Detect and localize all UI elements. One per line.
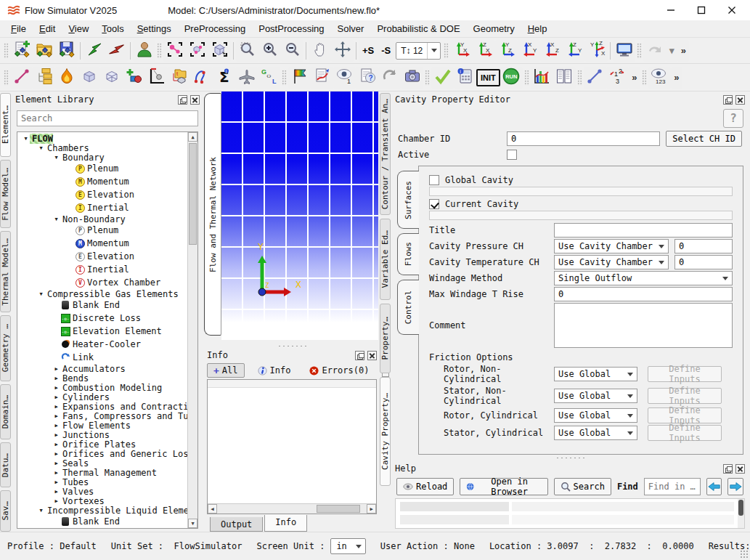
refresh-button[interactable] [378,67,401,89]
cavity-temperature-ch-input[interactable] [674,255,733,269]
tree-item[interactable]: ▼Incompressible Liquid Elements [19,506,186,515]
menu-help[interactable]: Help [521,22,554,36]
cavity-pressure-ch-input[interactable] [674,239,733,253]
select-ch-id-button[interactable]: Select CH ID [666,131,742,147]
combustion-button[interactable] [55,67,78,89]
tree-item[interactable]: ▼Chambers [19,143,186,153]
zoom-out-button[interactable] [281,40,303,62]
font-increase-button[interactable]: +S [359,40,378,62]
tree-item[interactable]: ▶Junctions [19,430,186,439]
report-curve-button[interactable] [311,67,333,89]
contour-flag-button[interactable] [288,67,311,89]
history-dropdown-button[interactable]: ▾ [666,40,677,62]
filter-errors-button[interactable]: Errors(0) [303,363,375,378]
tree-item[interactable]: ▼Non-Boundary [19,214,186,224]
scrollbar-thumb[interactable] [317,505,360,513]
resize-grip[interactable] [740,550,749,559]
screen-unit-select[interactable]: in [330,538,365,554]
help-content-area[interactable] [395,498,745,529]
float-panel-icon[interactable] [723,464,733,474]
tree-item[interactable]: VVortex Chamber [19,276,186,289]
scroll-left-icon[interactable]: ◀ [208,504,217,514]
view-zx-button[interactable]: ZX [473,40,495,62]
tree-item[interactable]: Blank End [19,299,186,312]
snapshot-button[interactable] [401,67,423,89]
menu-settings[interactable]: Settings [131,22,178,36]
tree-item[interactable]: -o-Elevation Element [19,325,186,338]
tree-item[interactable]: EElevation [19,188,186,201]
tree-item[interactable]: ▶Tubes [19,477,186,487]
panel-help-button[interactable]: ? [723,109,743,128]
renumber-button[interactable]: 123 [606,67,629,89]
menu-file[interactable]: File [4,22,33,36]
menu-tools[interactable]: Tools [95,22,130,36]
open-in-browser-button[interactable]: Open in Browser [460,478,547,495]
tree-item[interactable]: ▼Boundary [19,153,186,162]
history-undo-button[interactable] [643,40,666,62]
link-line-button[interactable] [10,67,33,89]
undo-button[interactable] [83,40,105,62]
view-xz-button[interactable]: XZ [540,40,563,62]
global-cavity-checkbox[interactable] [429,175,439,185]
aircraft-button[interactable] [235,67,258,89]
dock-tab-domain[interactable]: Domain… [0,384,11,440]
check-model-button[interactable] [431,67,454,89]
stator-non-cyl-define-button[interactable]: Define Inputs [648,388,722,404]
tree-item[interactable]: ▶Seals [19,458,186,468]
tree-item[interactable]: IInertial [19,201,186,214]
overflow-row1-button[interactable]: » [677,40,689,62]
find-next-button[interactable] [727,478,743,495]
menu-probabilistic-doe[interactable]: Probabilistic & DOE [370,22,466,36]
open-model-button[interactable] [33,40,55,62]
rotor-non-cyl-select[interactable]: Use Global [554,367,637,381]
scroll-up-icon[interactable]: ▲ [188,132,197,142]
rotor-cyl-select[interactable]: Use Global [554,408,637,423]
current-cavity-checkbox[interactable] [429,199,439,209]
tree-item[interactable]: ▶Flow Elements [19,421,186,430]
rotor-non-cyl-define-button[interactable]: Define Inputs [648,366,722,382]
tree-item[interactable]: ▶Accumulators [19,364,186,373]
tree-item[interactable]: ▶Thermal Management [19,468,186,477]
close-panel-icon[interactable] [735,95,745,105]
tab-output[interactable]: Output [210,517,263,532]
chart-pendulum-button[interactable] [145,67,168,89]
tree-item[interactable]: ▶Orifice Plates [19,439,186,449]
init-button[interactable]: INIT [476,69,500,86]
tab-control[interactable]: Control [397,280,419,335]
gl-converter-button[interactable]: G‹›L [258,67,280,89]
tree-item[interactable]: ▼FLOW [19,134,186,143]
tree-item[interactable]: PPlenum [19,162,186,175]
horizontal-splitter[interactable] [392,455,748,460]
tab-surfaces[interactable]: Surfaces [397,171,419,229]
maximize-button[interactable] [696,5,706,15]
results-report-button[interactable] [553,67,576,89]
tree-item[interactable]: EElevation [19,250,186,263]
tree-item[interactable]: PPlenum [19,224,186,237]
tree-item[interactable]: -o-Discrete Loss [19,312,186,325]
tree-item[interactable]: ▶Expansions and Contractions [19,402,186,411]
filter-all-button[interactable]: + All [207,363,245,378]
active-checkbox[interactable] [507,150,517,160]
select-nodes-button[interactable] [163,40,186,62]
tab-flows[interactable]: Flows [397,233,419,275]
save-model-button[interactable] [55,40,78,62]
element-search-input[interactable] [17,110,198,126]
comment-textarea[interactable] [554,303,733,348]
max-windage-input[interactable] [554,287,733,301]
select-box-button[interactable] [208,40,231,62]
close-panel-icon[interactable] [367,351,377,360]
dock-tab-contour-transient-an[interactable]: Contour / Transient An… [380,93,391,215]
rotor-cyl-define-button[interactable]: Define Inputs [648,407,722,423]
menu-postprocessing[interactable]: PostProcessing [252,22,330,36]
find-input[interactable] [644,478,701,495]
redo-button[interactable] [105,40,128,62]
user-profile-button[interactable] [133,40,155,62]
scroll-down-icon[interactable]: ▼ [188,519,197,528]
chamber-id-input[interactable] [507,131,660,146]
tree-item[interactable]: Blank End [19,515,186,528]
menu-edit[interactable]: Edit [33,22,62,36]
cube-wire-button[interactable] [100,67,123,89]
cube-shaded-button[interactable] [78,67,100,89]
close-panel-icon[interactable] [190,95,200,105]
stator-non-cyl-select[interactable]: Use Global [554,389,637,403]
